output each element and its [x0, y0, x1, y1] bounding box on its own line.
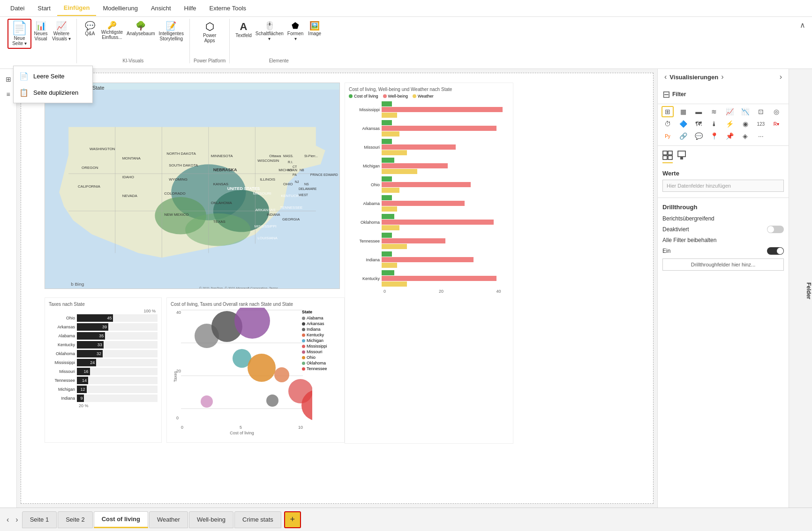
tab-modellierung[interactable]: Modellierung — [96, 1, 144, 15]
scatter-chart-area: Taxes 40 20 0 — [171, 308, 298, 430]
neue-seite-button[interactable]: 📄 NeueSeite ▾ — [8, 19, 31, 49]
tab-cost-of-living[interactable]: Cost of living — [94, 511, 148, 528]
tab-next-button[interactable]: › — [13, 514, 21, 526]
scatter-visual[interactable]: Cost of living, Taxes und Overall rank n… — [166, 297, 345, 443]
taxes-value-mississippi: 24 — [90, 360, 96, 365]
drillthrough-fields-button[interactable]: Drillthroughfelder hier hinz... — [662, 258, 784, 271]
gb-bar-arkansas-2 — [382, 126, 496, 131]
analysebaum-button[interactable]: 🌳 Analysebaum — [125, 19, 157, 38]
formen-button[interactable]: ⬟ Formen▾ — [286, 19, 305, 43]
werte-input[interactable]: Hier Datenfelder hinzufügen — [662, 180, 784, 192]
format-icon-grid[interactable] — [662, 151, 673, 163]
gb-bar-michigan-1 — [382, 158, 394, 163]
felder-tab[interactable]: Felder — [789, 69, 812, 508]
map-visual[interactable]: Cost of living nach State — [45, 83, 340, 289]
tab-prev-button[interactable]: ‹ — [4, 514, 12, 526]
alle-filter-label: Alle Filter beibehalten — [662, 237, 716, 243]
ribbon-group-power: ⬡ PowerApps Power Platform — [190, 19, 230, 63]
image-button[interactable]: 🖼️ Image — [305, 19, 324, 38]
grouped-bar-title: Cost of living, Well-being und Weather n… — [349, 87, 509, 92]
viz-icon-matrix[interactable]: Py — [662, 130, 674, 142]
grouped-bar-visual[interactable]: Cost of living, Well-being und Weather n… — [345, 83, 513, 444]
gb-bar-ohio-3 — [382, 188, 399, 193]
ein-track[interactable] — [767, 247, 784, 255]
svg-text:MINNESOTA: MINNESOTA — [211, 154, 233, 158]
viz-icon-clustered-bar[interactable]: ≋ — [708, 106, 720, 117]
viz-icon-decomposition[interactable]: 📍 — [708, 130, 720, 142]
intelligentes-button[interactable]: 📝 IntelligentesStorytelling — [157, 19, 186, 43]
viz-icon-slicer[interactable]: 123 — [755, 118, 767, 129]
viz-icon-kpi[interactable]: ◉ — [739, 118, 752, 129]
weitere-visuals-button[interactable]: 📈 WeitereVisuals ▾ — [50, 19, 73, 43]
panel-prev-button[interactable]: ‹ — [662, 72, 669, 82]
wichtigste-button[interactable]: 🔑 WichtigsteEinfluss... — [99, 19, 125, 42]
viz-icon-pie[interactable]: ⏱ — [662, 118, 674, 129]
tab-hilfe[interactable]: Hilfe — [178, 1, 203, 15]
leere-seite-option[interactable]: 📄 Leere Seite — [14, 68, 92, 84]
svg-rect-74 — [678, 151, 685, 157]
gb-bars-oklahoma — [382, 214, 509, 230]
viz-icon-stacked-bar[interactable]: ▬ — [692, 106, 705, 117]
tab-crime-stats[interactable]: Crime stats — [234, 511, 281, 528]
ein-label: Ein — [662, 248, 670, 254]
scatter-x-10: 10 — [298, 425, 303, 430]
svg-text:MISSISSIPPI: MISSISSIPPI — [254, 224, 276, 228]
viz-icon-line[interactable]: 📈 — [724, 106, 736, 117]
collapse-ribbon-button[interactable]: ∧ — [797, 19, 808, 30]
tab-weather[interactable]: Weather — [149, 511, 188, 528]
format-icon-brush[interactable] — [677, 151, 687, 163]
gb-bar-tennessee-2 — [382, 238, 445, 243]
viz-icon-card[interactable]: ⚡ — [724, 118, 736, 129]
gb-label-arkansas: Arkansas — [349, 126, 382, 131]
taxes-fill-oklahoma: 32 — [77, 350, 103, 357]
gb-x-label-40: 40 — [496, 289, 501, 294]
tab-seite-1[interactable]: Seite 1 — [22, 511, 57, 528]
viz-icon-shape-map[interactable]: ◈ — [739, 130, 752, 142]
ein-switch[interactable] — [767, 247, 784, 255]
viz-icon-treemap[interactable]: 🔷 — [677, 118, 689, 129]
taxes-row-oklahoma: Oklahoma 32 — [49, 350, 158, 357]
textfeld-button[interactable]: A Textfeld — [233, 19, 253, 40]
viz-icon-gauge[interactable]: 🌡 — [708, 118, 720, 129]
viz-icon-scatter[interactable]: ◎ — [770, 106, 782, 117]
viz-icon-table2[interactable]: R▾ — [770, 118, 782, 129]
viz-icon-area[interactable]: 📉 — [739, 106, 752, 117]
taxes-title: Taxes nach State — [49, 302, 158, 307]
tab-seite-2[interactable]: Seite 2 — [58, 511, 92, 528]
taxes-visual[interactable]: Taxes nach State 100 % Ohio 45 Arkansas — [45, 297, 162, 443]
viz-icon-waterfall[interactable]: 🔗 — [677, 130, 689, 142]
tab-ansicht[interactable]: Ansicht — [144, 1, 178, 15]
formen-icon: ⬟ — [292, 21, 299, 31]
tab-start[interactable]: Start — [31, 1, 57, 15]
deaktiviert-track[interactable] — [767, 226, 784, 233]
add-tab-button[interactable]: + — [284, 511, 301, 528]
seite-duplizieren-option[interactable]: 📋 Seite duplizieren — [14, 84, 92, 101]
grouped-bar-legend: Cost of living Well-being Weather — [349, 94, 509, 99]
qa-button[interactable]: 💬 Q&A — [81, 19, 99, 38]
viz-icon-map[interactable]: 🗺 — [692, 118, 705, 129]
panel-next-button[interactable]: › — [718, 72, 726, 82]
viz-icon-combo[interactable]: ⊡ — [755, 106, 767, 117]
schaltflaechen-button[interactable]: 🖱️ Schaltflächen▾ — [254, 19, 286, 43]
viz-icon-ai[interactable]: 📌 — [724, 130, 736, 142]
taxes-row-mississippi: Mississippi 24 — [49, 359, 158, 366]
gb-bar-oklahoma-3 — [382, 225, 399, 230]
panel-collapse-button[interactable]: › — [777, 72, 785, 82]
viz-icon-bar[interactable]: ▦ — [677, 106, 689, 117]
berichts-toggle-row: Berichtsübergreifend — [662, 213, 784, 224]
filter-label: Filter — [672, 91, 686, 98]
viz-icon-funnel[interactable]: 💬 — [692, 130, 705, 142]
tab-externe-tools[interactable]: Externe Tools — [203, 1, 253, 15]
tab-einfuegen[interactable]: Einfügen — [57, 0, 97, 16]
power-apps-button[interactable]: ⬡ PowerApps — [200, 19, 219, 45]
taxes-label-missouri: Missouri — [49, 369, 77, 374]
svg-text:NS: NS — [304, 182, 309, 186]
neues-visual-button[interactable]: 📊 NeuesVisual — [31, 19, 50, 43]
viz-icon-more[interactable]: ··· — [755, 130, 767, 142]
tab-well-being[interactable]: Well-being — [189, 511, 233, 528]
tab-datei[interactable]: Datei — [4, 1, 31, 15]
taxes-fill-indiana: 9 — [77, 394, 84, 402]
panel-title: Visualisierungen — [669, 74, 718, 81]
deaktiviert-switch[interactable] — [767, 226, 784, 233]
viz-icon-table[interactable]: ⊞ — [662, 106, 674, 117]
